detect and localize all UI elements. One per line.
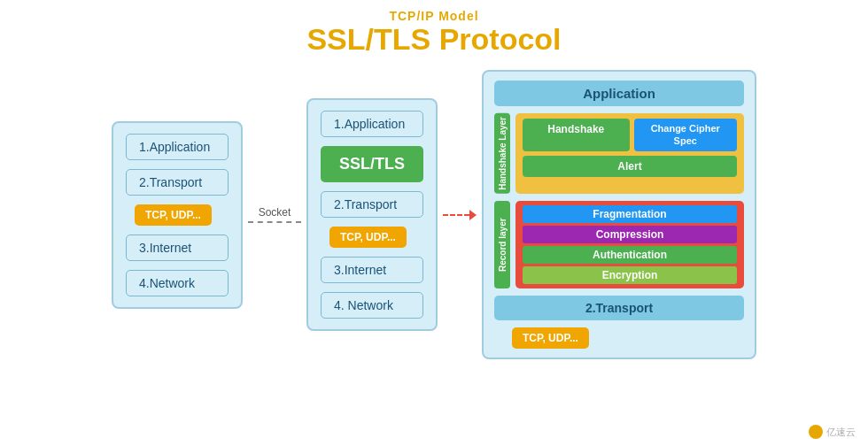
left-layer-1: 1.Application [126,134,229,160]
right-model-box: Application Handshake Layer Handshake Ch… [482,70,756,359]
record-area: Record layer Fragmentation Compression A… [494,201,744,288]
dashed-arrow [443,210,477,220]
diagrams-row: 1.Application 2.Transport TCP, UDP... 3.… [18,70,850,359]
left-layer-4: 4.Network [126,270,229,296]
compression-item: Compression [523,226,737,243]
handshake-layer-label: Handshake Layer [494,113,510,194]
handshake-area: Handshake Layer Handshake Change Cipher … [494,113,744,194]
left-layer-2: 2.Transport [126,169,229,196]
dashed-line [248,221,301,223]
encryption-item: Encryption [523,266,737,284]
ssl-tls-block: SSL/TLS [321,146,423,182]
left-tcp-udp: TCP, UDP... [135,204,212,226]
subtitle: TCP/IP Model [306,9,561,23]
page-wrapper: TCP/IP Model SSL/TLS Protocol 1.Applicat… [0,0,868,446]
right-tcp-udp: TCP, UDP... [512,327,589,349]
main-title: SSL/TLS Protocol [306,23,561,56]
alert-btn: Alert [523,156,737,177]
change-cipher-btn: Change Cipher Spec [634,119,738,150]
watermark-icon [809,425,823,439]
arrow-line [443,214,469,216]
mid-layer-2: 2.Transport [321,191,423,218]
record-layer-label: Record layer [494,201,510,288]
socket-label: Socket [259,206,291,219]
middle-model-box: 1.Application SSL/TLS 2.Transport TCP, U… [306,98,438,331]
fragmentation-item: Fragmentation [523,205,737,223]
watermark-text: 亿速云 [826,426,856,439]
handshake-top-row: Handshake Change Cipher Spec [523,119,737,150]
socket-connector: Socket [243,206,306,223]
arrow-head [469,210,477,220]
application-title: Application [494,81,744,106]
handshake-btn: Handshake [523,119,630,150]
mid-layer-4: 4. Network [321,292,423,319]
watermark: 亿速云 [809,425,856,439]
right-transport-label: 2.Transport [494,296,744,320]
left-model-box: 1.Application 2.Transport TCP, UDP... 3.… [112,121,243,309]
authentication-item: Authentication [523,246,737,264]
mid-layer-1: 1.Application [321,111,423,137]
handshake-content: Handshake Change Cipher Spec Alert [515,113,744,194]
left-layer-3: 3.Internet [126,235,229,261]
arrow-connector [438,210,482,220]
title-area: TCP/IP Model SSL/TLS Protocol [306,9,561,56]
mid-tcp-udp: TCP, UDP... [329,227,407,248]
record-content: Fragmentation Compression Authentication… [515,201,744,288]
mid-layer-3: 3.Internet [321,257,423,283]
